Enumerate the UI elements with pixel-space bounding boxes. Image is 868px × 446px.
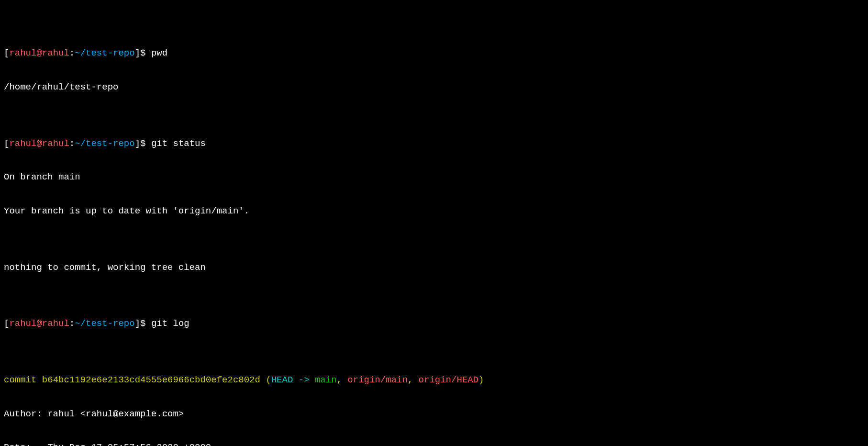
commit-author: Author: rahul <rahul@example.com> bbox=[4, 409, 864, 420]
refs-sep: , bbox=[408, 375, 419, 385]
bracket-close: ] bbox=[135, 48, 140, 58]
prompt-line: [rahul@rahul:~/test-repo]$ pwd bbox=[4, 48, 864, 59]
commit-prefix: commit bbox=[4, 375, 42, 385]
refs-sep: , bbox=[337, 375, 348, 385]
prompt-path: ~/test-repo bbox=[75, 48, 134, 58]
commit-date: Date: Thu Dec 17 05:57:56 2020 +0000 bbox=[4, 442, 864, 446]
prompt-user: rahul bbox=[9, 48, 36, 58]
command-text: git status bbox=[151, 138, 206, 149]
output-line: On branch main bbox=[4, 172, 864, 183]
refs-close: ) bbox=[479, 375, 484, 385]
commit-hash: b64bc1192e6e2133cd4555e6966cbd0efe2c802d bbox=[42, 375, 260, 385]
ref-head: HEAD -> bbox=[271, 375, 315, 385]
ref-main: main bbox=[315, 375, 337, 385]
prompt-line: [rahul@rahul:~/test-repo]$ git log bbox=[4, 318, 864, 330]
bracket-open: [ bbox=[4, 48, 9, 58]
prompt-dollar: $ bbox=[140, 48, 151, 58]
ref-origin-head: origin/HEAD bbox=[419, 375, 479, 385]
output-line: nothing to commit, working tree clean bbox=[4, 262, 864, 274]
prompt-at: @ bbox=[36, 48, 42, 58]
prompt-host: rahul bbox=[42, 48, 69, 58]
prompt-line: [rahul@rahul:~/test-repo]$ git status bbox=[4, 138, 864, 150]
ref-origin-main: origin/main bbox=[347, 375, 407, 385]
command-text: git log bbox=[151, 318, 189, 329]
output-line: /home/rahul/test-repo bbox=[4, 82, 864, 93]
terminal[interactable]: [rahul@rahul:~/test-repo]$ pwd /home/rah… bbox=[0, 0, 868, 446]
commit-line: commit b64bc1192e6e2133cd4555e6966cbd0ef… bbox=[4, 375, 864, 386]
command-text: pwd bbox=[151, 48, 167, 58]
output-line: Your branch is up to date with 'origin/m… bbox=[4, 206, 864, 217]
prompt-colon: : bbox=[69, 48, 75, 58]
refs-open: ( bbox=[260, 375, 271, 385]
